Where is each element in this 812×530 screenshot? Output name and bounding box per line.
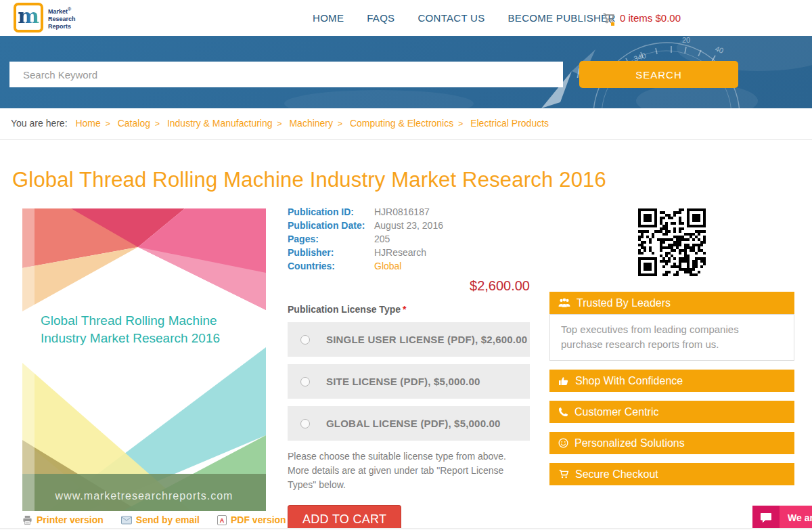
license-option-global[interactable]: GLOBAL LICENSE (PDF), $5,000.00 [288, 406, 530, 441]
detail-label: Publication ID: [288, 205, 374, 219]
cart-icon [558, 469, 569, 479]
banner-label: Customer Centric [574, 406, 658, 418]
email-icon [121, 516, 132, 525]
site-logo[interactable]: m Market® Research Reports [14, 3, 76, 32]
breadcrumb-industry-manufacturing[interactable]: Industry & Manufacturing [167, 118, 273, 129]
breadcrumb-separator: > [150, 119, 164, 129]
send-by-email-label: Send by email [136, 514, 200, 525]
license-option-site[interactable]: SITE LICENSE (PDF), $5,000.00 [288, 364, 530, 399]
breadcrumb-section: You are here: Home> Catalog> Industry & … [0, 108, 812, 140]
product-cover-image: Global Thread Rolling Machine Industry M… [22, 208, 266, 511]
pdf-version-link[interactable]: A PDF version [217, 514, 286, 525]
logo-line3: Reports [48, 23, 71, 30]
product-details: Publication ID: HJR0816187 Publication D… [288, 205, 530, 530]
radio-button[interactable] [300, 377, 310, 387]
users-icon [558, 298, 570, 308]
logo-text: Market® Research Reports [48, 5, 76, 30]
banner-shop-with-confidence: Shop With Confidence [549, 370, 794, 392]
license-note: Please choose the suitable license type … [288, 449, 521, 492]
cart-badge [611, 22, 614, 26]
cart-summary[interactable]: 0 items $0.00 [602, 0, 681, 36]
nav-faqs[interactable]: FAQS [367, 12, 394, 24]
detail-row-countries: Countries: Global [288, 259, 530, 273]
breadcrumb-separator: > [101, 119, 115, 129]
banner-label: Secure Checkout [575, 468, 658, 481]
license-option-label: SINGLE USER LICENSE (PDF), $2,600.00 [326, 334, 527, 345]
send-by-email-link[interactable]: Send by email [121, 514, 200, 525]
pdf-version-label: PDF version [231, 514, 286, 525]
nav-become-publisher[interactable]: BECOME PUBLISHER [508, 12, 616, 24]
banner-label: Personalized Solutions [574, 437, 685, 449]
add-to-cart-button[interactable]: ADD TO CART [288, 505, 401, 530]
breadcrumb-machinery[interactable]: Machinery [289, 118, 333, 129]
price: $2,600.00 [288, 278, 530, 294]
live-chat-widget[interactable]: We are [752, 506, 812, 530]
breadcrumb-electrical-products[interactable]: Electrical Products [470, 118, 549, 129]
breadcrumb-prefix: You are here: [11, 118, 68, 129]
banner-label: Shop With Confidence [575, 375, 683, 387]
svg-text:20: 20 [682, 36, 690, 44]
detail-value: August 23, 2016 [374, 219, 443, 232]
detail-row-publisher: Publisher: HJResearch [288, 246, 530, 259]
countries-global-link[interactable]: Global [374, 259, 401, 273]
breadcrumb-catalog[interactable]: Catalog [118, 118, 150, 129]
pdf-icon: A [217, 515, 227, 525]
detail-value: 205 [374, 232, 390, 246]
nav-home[interactable]: HOME [313, 12, 344, 24]
cover-title-line1: Global Thread Rolling Machine [41, 313, 217, 328]
qr-code [638, 208, 706, 276]
detail-row-publication-date: Publication Date: August 23, 2016 [288, 219, 530, 232]
printer-icon [22, 515, 32, 525]
detail-label: Pages: [288, 232, 374, 246]
cover-watermark: www.marketresearchreports.com [55, 490, 233, 502]
detail-value: HJResearch [374, 246, 426, 259]
radio-button[interactable] [300, 419, 310, 428]
thumbs-up-icon [558, 376, 569, 387]
banner-trusted-by-leaders: Trusted By Leaders [549, 292, 794, 314]
logo-mark: m [14, 3, 43, 32]
required-asterisk: * [403, 304, 406, 315]
license-type-heading: Publication License Type* [288, 304, 530, 315]
license-option-label: GLOBAL LICENSE (PDF), $5,000.00 [326, 418, 501, 429]
search-hero: 340 20 40 N SEARCH [0, 36, 812, 108]
cart-count-text: 0 items $0.00 [620, 12, 681, 24]
banner-label: Trusted By Leaders [577, 297, 671, 309]
breadcrumb-separator: > [333, 119, 347, 129]
sidebar: Trusted By Leaders Top executives from l… [549, 203, 794, 494]
detail-label: Countries: [288, 259, 374, 273]
detail-row-pages: Pages: 205 [288, 232, 530, 246]
logo-line1: Market [48, 8, 68, 15]
cover-title-line2: Industry Market Research 2016 [41, 331, 220, 345]
chat-status-text: We are [780, 506, 812, 530]
banner-personalized-solutions: Personalized Solutions [549, 432, 794, 454]
breadcrumb-separator: > [453, 119, 468, 129]
detail-row-publication-id: Publication ID: HJR0816187 [288, 205, 530, 219]
license-option-single-user[interactable]: SINGLE USER LICENSE (PDF), $2,600.00 [288, 322, 530, 357]
breadcrumb-computing-electronics[interactable]: Computing & Electronics [350, 118, 453, 129]
printer-version-link[interactable]: Printer version [22, 514, 104, 525]
main-nav: HOME FAQS CONTACT US BECOME PUBLISHER [313, 0, 616, 36]
search-button[interactable]: SEARCH [579, 61, 738, 88]
header: m Market® Research Reports HOME FAQS CON… [0, 0, 812, 36]
banner-secure-checkout: Secure Checkout [549, 463, 794, 485]
smiley-icon [558, 438, 568, 448]
chat-bubble-icon [752, 506, 780, 530]
page: m Market® Research Reports HOME FAQS CON… [0, 0, 812, 530]
detail-label: Publisher: [288, 246, 374, 259]
svg-text:A: A [220, 517, 225, 524]
radio-button[interactable] [300, 335, 310, 345]
logo-line2: Research [48, 16, 76, 22]
detail-label: Publication Date: [288, 219, 374, 232]
breadcrumb: You are here: Home> Catalog> Industry & … [0, 108, 812, 140]
banner-customer-centric: Customer Centric [549, 401, 794, 423]
search-input[interactable] [9, 62, 563, 87]
detail-value: HJR0816187 [374, 205, 430, 219]
printer-version-label: Printer version [37, 514, 104, 525]
license-option-label: SITE LICENSE (PDF), $5,000.00 [326, 376, 480, 387]
breadcrumb-separator: > [273, 119, 287, 129]
page-title: Global Thread Rolling Machine Industry M… [12, 168, 757, 192]
registered-mark: ® [68, 7, 71, 12]
nav-contact-us[interactable]: CONTACT US [418, 12, 484, 24]
svg-text:40: 40 [714, 45, 725, 55]
breadcrumb-home[interactable]: Home [75, 118, 100, 129]
